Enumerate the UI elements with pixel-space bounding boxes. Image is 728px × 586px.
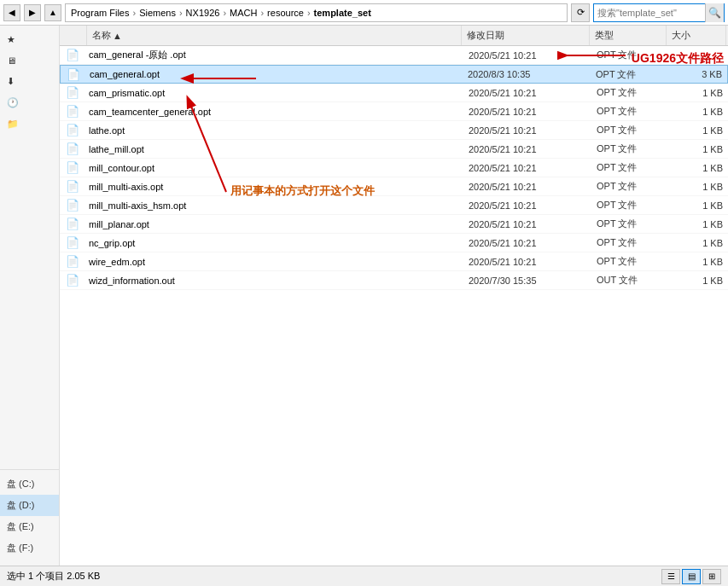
table-row[interactable]: 📄 cam_general -原始 .opt 2020/5/21 10:21 O… xyxy=(60,46,728,65)
file-name: mill_multi-axis.opt xyxy=(85,182,463,192)
view-icon-button[interactable]: ⊞ xyxy=(702,569,721,584)
file-type: OPT 文件 xyxy=(591,199,668,212)
refresh-button[interactable]: ⟳ xyxy=(571,3,590,22)
file-size: 1 KB xyxy=(668,163,728,173)
search-input[interactable] xyxy=(594,8,705,18)
file-date: 2020/5/21 10:21 xyxy=(463,200,591,211)
table-row[interactable]: 📄 mill_multi-axis_hsm.opt 2020/5/21 10:2… xyxy=(60,196,728,215)
sidebar-item-recent[interactable]: 🕐 xyxy=(0,92,59,113)
file-name: wire_edm.opt xyxy=(85,257,463,267)
file-icon: 📄 xyxy=(60,124,85,136)
sidebar-item-favorites[interactable]: ★ xyxy=(0,29,59,50)
breadcrumb-sep: › xyxy=(260,8,264,18)
file-size: 1 KB xyxy=(668,238,728,248)
col-header-checkbox xyxy=(61,26,87,45)
address-bar: ◀ ▶ ▲ Program Files › Siemens › NX1926 ›… xyxy=(0,0,728,26)
file-size: 1 KB xyxy=(668,144,728,154)
file-type: OPT 文件 xyxy=(591,236,668,249)
breadcrumb-part: Siemens xyxy=(139,8,176,18)
table-row[interactable]: 📄 mill_multi-axis.opt 2020/5/21 10:21 OP… xyxy=(60,177,728,196)
nav-back-button[interactable]: ◀ xyxy=(3,4,20,21)
file-name: mill_multi-axis_hsm.opt xyxy=(85,200,463,211)
table-row[interactable]: 📄 mill_planar.opt 2020/5/21 10:21 OPT 文件… xyxy=(60,215,728,234)
nav-up-button[interactable]: ▲ xyxy=(44,4,61,21)
status-bar: 选中 1 个项目 2.05 KB ☰ ▤ ⊞ xyxy=(0,566,728,586)
file-type: OPT 文件 xyxy=(591,86,668,99)
file-type: OPT 文件 xyxy=(591,49,668,61)
file-size: 1 KB xyxy=(668,257,728,267)
file-icon: 📄 xyxy=(60,142,85,155)
drive-d[interactable]: 盘 (D:) xyxy=(0,495,59,516)
file-size: 1 KB xyxy=(668,276,728,286)
file-icon: 📄 xyxy=(60,255,85,268)
drive-c[interactable]: 盘 (C:) xyxy=(0,473,59,495)
drive-f[interactable]: 盘 (F:) xyxy=(0,537,59,559)
file-icon: 📄 xyxy=(60,105,85,118)
file-icon: 📄 xyxy=(60,236,85,249)
drive-e[interactable]: 盘 (E:) xyxy=(0,516,59,537)
file-date: 2020/5/21 10:21 xyxy=(463,257,591,267)
table-row[interactable]: 📄 lathe_mill.opt 2020/5/21 10:21 OPT 文件 … xyxy=(60,140,728,159)
table-row[interactable]: 📄 mill_contour.opt 2020/5/21 10:21 OPT 文… xyxy=(60,159,728,177)
table-row[interactable]: 📄 cam_prismatic.opt 2020/5/21 10:21 OPT … xyxy=(60,84,728,102)
file-size: 1 KB xyxy=(668,88,728,98)
file-icon: 📄 xyxy=(60,180,85,193)
file-name: mill_contour.opt xyxy=(85,163,463,173)
file-icon: 📄 xyxy=(60,161,85,174)
breadcrumb[interactable]: Program Files › Siemens › NX1926 › MACH … xyxy=(65,3,568,22)
file-icon: 📄 xyxy=(61,68,86,81)
sidebar-item-downloads[interactable]: ⬇ xyxy=(0,71,59,92)
file-date: 2020/8/3 10:35 xyxy=(463,69,591,79)
table-row[interactable]: 📄 wire_edm.opt 2020/5/21 10:21 OPT 文件 1 … xyxy=(60,252,728,271)
view-buttons: ☰ ▤ ⊞ xyxy=(661,569,721,584)
file-size: 1 KB xyxy=(668,125,728,136)
file-type: OPT 文件 xyxy=(591,218,668,230)
file-size: 3 KB xyxy=(667,69,727,79)
breadcrumb-sep: › xyxy=(179,8,183,18)
search-box: 🔍 xyxy=(593,3,725,22)
table-row[interactable]: 📄 nc_grip.opt 2020/5/21 10:21 OPT 文件 1 K… xyxy=(60,234,728,252)
file-name: mill_planar.opt xyxy=(85,219,463,229)
table-row[interactable]: 📄 wizd_information.out 2020/7/30 15:35 O… xyxy=(60,271,728,290)
file-date: 2020/5/21 10:21 xyxy=(463,219,591,229)
table-row[interactable]: 📄 lathe.opt 2020/5/21 10:21 OPT 文件 1 KB xyxy=(60,121,728,140)
column-headers: 名称 ▲ 修改日期 类型 大小 xyxy=(60,26,728,46)
col-header-type[interactable]: 类型 xyxy=(590,26,667,45)
file-list: 📄 cam_general -原始 .opt 2020/5/21 10:21 O… xyxy=(60,46,728,566)
breadcrumb-part: Program Files xyxy=(71,8,129,18)
file-date: 2020/5/21 10:21 xyxy=(463,88,591,98)
table-row[interactable]: 📄 cam_general.opt 2020/8/3 10:35 OPT 文件 … xyxy=(60,65,728,84)
view-list-button[interactable]: ☰ xyxy=(661,569,680,584)
file-date: 2020/5/21 10:21 xyxy=(463,182,591,192)
col-header-modified[interactable]: 修改日期 xyxy=(462,26,590,45)
file-date: 2020/5/21 10:21 xyxy=(463,50,591,61)
folder-icon: 📁 xyxy=(7,119,19,130)
file-type: OUT 文件 xyxy=(591,274,668,287)
star-icon: ★ xyxy=(7,34,15,45)
breadcrumb-current: template_set xyxy=(314,8,371,18)
file-date: 2020/5/21 10:21 xyxy=(463,125,591,136)
nav-forward-button[interactable]: ▶ xyxy=(24,4,41,21)
drive-d-label: 盘 (D:) xyxy=(7,499,34,512)
sidebar-item-documents[interactable]: 📁 xyxy=(0,113,59,135)
sidebar-item-desktop[interactable]: 🖥 xyxy=(0,50,59,71)
file-name: wizd_information.out xyxy=(85,276,463,286)
file-name: cam_general.opt xyxy=(86,69,463,79)
file-date: 2020/7/30 15:35 xyxy=(463,276,591,286)
col-header-name[interactable]: 名称 ▲ xyxy=(87,26,462,45)
file-name: cam_teamcenter_general.opt xyxy=(85,107,463,117)
breadcrumb-sep: › xyxy=(132,8,136,18)
file-type: OPT 文件 xyxy=(591,68,667,81)
table-row[interactable]: 📄 cam_teamcenter_general.opt 2020/5/21 1… xyxy=(60,102,728,121)
view-detail-button[interactable]: ▤ xyxy=(682,569,701,584)
file-size: 1 KB xyxy=(668,219,728,229)
drive-section: 盘 (C:) 盘 (D:) 盘 (E:) 盘 (F:) xyxy=(0,469,59,562)
sidebar: ★ 🖥 ⬇ 🕐 📁 盘 (C:) 盘 (D:) 盘 (E:) 盘 (F:) xyxy=(0,26,60,566)
col-header-size[interactable]: 大小 xyxy=(667,26,726,45)
desktop-icon: 🖥 xyxy=(7,55,16,66)
breadcrumb-sep: › xyxy=(223,8,226,18)
main-layout: ★ 🖥 ⬇ 🕐 📁 盘 (C:) 盘 (D:) 盘 (E:) 盘 (F:) xyxy=(0,26,728,566)
file-icon: 📄 xyxy=(60,199,85,212)
drive-f-label: 盘 (F:) xyxy=(7,542,33,554)
search-icon[interactable]: 🔍 xyxy=(705,3,724,22)
